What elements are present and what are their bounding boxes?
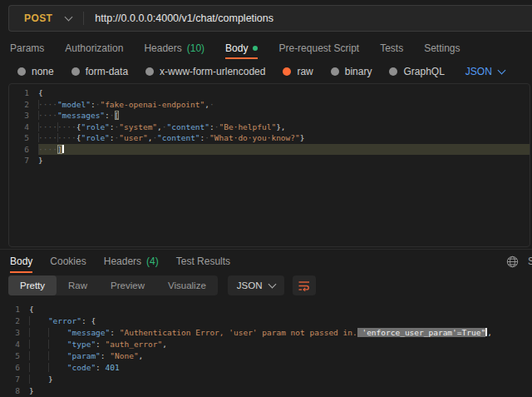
code-line[interactable]: 5 "param": "None",: [0, 350, 532, 362]
radio-icon: [145, 67, 154, 76]
line-content: }: [29, 385, 532, 397]
body-modified-dot-icon: [253, 46, 258, 51]
response-view-switch: Pretty Raw Preview Visualize: [8, 275, 218, 295]
save-response-button-clipped[interactable]: S: [528, 256, 532, 267]
radio-raw[interactable]: raw: [283, 66, 313, 77]
view-preview[interactable]: Preview: [99, 275, 156, 295]
request-tabs: Params Authorization Headers(10) Body Pr…: [0, 37, 532, 59]
tab-tests[interactable]: Tests: [380, 37, 403, 59]
code-line[interactable]: 7}: [9, 155, 530, 166]
radio-none[interactable]: none: [17, 66, 54, 77]
line-number: 2: [9, 99, 38, 111]
url-input[interactable]: http://0.0.0.0:4000/v1/chat/completions: [95, 12, 273, 24]
response-tab-body[interactable]: Body: [10, 250, 32, 273]
radio-icon: [331, 67, 339, 76]
response-tab-headers[interactable]: Headers(4): [104, 250, 159, 273]
radio-binary[interactable]: binary: [331, 66, 372, 77]
radio-icon: [71, 67, 80, 76]
line-content: "message": "Authentication Error, 'user'…: [29, 327, 532, 339]
code-line[interactable]: 8}: [0, 385, 532, 397]
chevron-down-icon[interactable]: [65, 13, 73, 22]
chevron-down-icon: [268, 280, 277, 289]
code-line[interactable]: 3····"messages":·[: [9, 110, 530, 122]
chevron-down-icon: [497, 66, 505, 74]
code-line[interactable]: 5········{"role":·"user",·"content":·"Wh…: [9, 132, 530, 144]
code-line[interactable]: 6 "code": 401: [0, 362, 532, 374]
tab-body[interactable]: Body: [225, 37, 258, 59]
view-pretty[interactable]: Pretty: [8, 275, 57, 295]
headers-count-badge: (10): [187, 42, 204, 54]
line-number: 7: [0, 374, 29, 385]
line-content: ····"messages":·[: [38, 110, 530, 122]
code-line[interactable]: 1{: [9, 87, 530, 99]
view-raw[interactable]: Raw: [57, 275, 99, 295]
line-number: 1: [0, 304, 29, 315]
line-number: 6: [9, 144, 38, 156]
radio-icon: [389, 67, 397, 76]
line-number: 5: [9, 132, 38, 144]
request-body-editor[interactable]: 1{2····"model":·"fake-openai-endpoint",·…: [8, 83, 530, 247]
line-content: }: [38, 155, 530, 166]
line-number: 3: [9, 110, 38, 122]
line-content: ········{"role":·"system",·"content":·"B…: [38, 122, 530, 133]
code-line[interactable]: 7 }: [0, 374, 532, 385]
line-content: ········{"role":·"user",·"content":·"Wha…: [38, 132, 530, 144]
code-line[interactable]: 2 "error": {: [0, 315, 532, 327]
view-visualize[interactable]: Visualize: [156, 275, 218, 295]
line-number: 8: [0, 385, 29, 397]
line-number: 5: [0, 350, 29, 362]
tab-pre-request-script[interactable]: Pre-request Script: [278, 37, 359, 59]
tab-headers[interactable]: Headers(10): [144, 37, 204, 59]
line-number: 4: [0, 339, 29, 350]
code-line[interactable]: 4 "type": "auth_error",: [0, 339, 532, 350]
line-content: "param": "None",: [29, 350, 532, 362]
raw-language-select[interactable]: JSON: [466, 66, 505, 77]
globe-icon[interactable]: [505, 255, 519, 268]
response-headers-count-badge: (4): [146, 256, 159, 267]
code-line[interactable]: 3 "message": "Authentication Error, 'use…: [0, 327, 532, 339]
text-cursor: [62, 145, 64, 153]
line-content: "code": 401: [29, 362, 532, 374]
code-line[interactable]: 4········{"role":·"system",·"content":·"…: [9, 122, 530, 133]
line-number: 1: [9, 87, 38, 99]
line-content: {: [29, 304, 532, 315]
radio-x-www-form-urlencoded[interactable]: x-www-form-urlencoded: [145, 66, 265, 77]
url-bar: POST http://0.0.0.0:4000/v1/chat/complet…: [8, 5, 532, 32]
request-url-row: POST http://0.0.0.0:4000/v1/chat/complet…: [0, 0, 532, 37]
tab-authorization[interactable]: Authorization: [65, 37, 123, 59]
line-content: "error": {: [29, 315, 532, 327]
response-tab-test-results[interactable]: Test Results: [176, 250, 230, 273]
line-number: 4: [9, 122, 38, 133]
tab-settings[interactable]: Settings: [424, 37, 460, 59]
radio-form-data[interactable]: form-data: [71, 66, 128, 77]
response-tabs: Body Cookies Headers(4) Test Results S: [0, 249, 532, 273]
line-content: {: [38, 87, 530, 99]
line-number: 7: [9, 155, 38, 166]
response-format-select[interactable]: JSON: [228, 275, 285, 295]
line-number: 2: [0, 315, 29, 327]
tab-params[interactable]: Params: [10, 37, 44, 59]
response-tab-cookies[interactable]: Cookies: [50, 250, 86, 273]
body-type-row: none form-data x-www-form-urlencoded raw…: [0, 59, 532, 83]
radio-icon: [17, 67, 26, 76]
code-line[interactable]: 6····]: [9, 144, 530, 156]
wrap-text-button[interactable]: [293, 275, 316, 295]
line-number: 3: [0, 327, 29, 339]
line-content: "type": "auth_error",: [29, 339, 532, 350]
line-number: 6: [0, 362, 29, 374]
divider: [83, 12, 84, 25]
line-content: ····"model":·"fake-openai-endpoint",·: [38, 99, 530, 111]
line-content: }: [29, 374, 532, 385]
method-selector[interactable]: POST: [9, 12, 66, 24]
wrap-text-icon: [298, 280, 310, 291]
response-body-editor[interactable]: 1{2 "error": {3 "message": "Authenticati…: [0, 298, 532, 397]
code-line[interactable]: 2····"model":·"fake-openai-endpoint",·: [9, 99, 530, 111]
radio-selected-icon: [283, 67, 291, 76]
code-line[interactable]: 1{: [0, 304, 532, 315]
response-toolbar: Pretty Raw Preview Visualize JSON: [0, 273, 532, 298]
line-content: ····]: [38, 144, 530, 156]
radio-graphql[interactable]: GraphQL: [389, 66, 444, 77]
